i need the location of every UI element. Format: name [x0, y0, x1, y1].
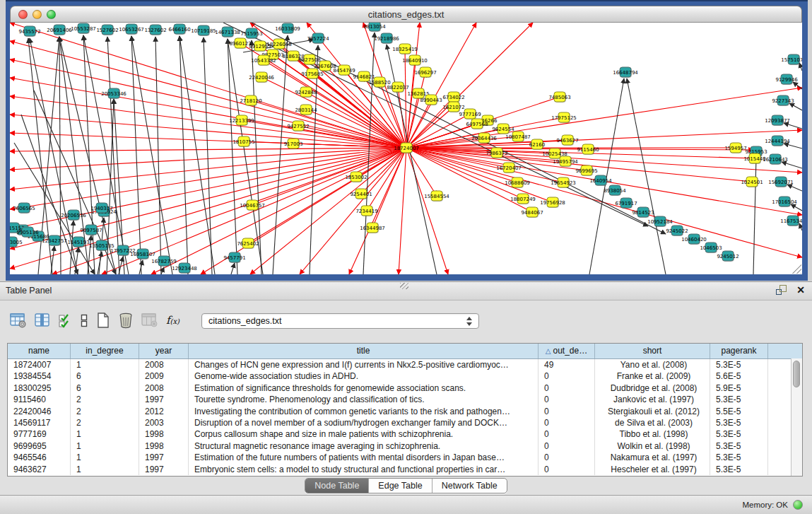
graph-node[interactable]: 1527602: [102, 25, 114, 35]
table-cell[interactable]: 0: [539, 417, 595, 428]
table-cell[interactable]: Investigating the contribution of common…: [189, 406, 539, 417]
graph-node[interactable]: 8990443: [425, 95, 437, 105]
table-cell[interactable]: Nakamura et al. (1997): [595, 452, 710, 463]
graph-node[interactable]: 10553287: [78, 23, 90, 34]
graph-node[interactable]: 10046757: [247, 200, 259, 211]
table-row[interactable]: 969969511998Structural magnetic resonanc…: [8, 440, 802, 452]
delete-rows-trash-button[interactable]: [118, 312, 134, 329]
float-panel-icon[interactable]: [776, 285, 787, 295]
table-cell[interactable]: 22420046: [8, 406, 71, 417]
graph-node[interactable]: 7986372: [491, 148, 503, 158]
table-cell[interactable]: 5.9E-5: [710, 382, 768, 394]
graph-node[interactable]: 7234419: [361, 206, 373, 216]
unselect-columns-button[interactable]: [80, 313, 88, 328]
table-cell[interactable]: 2012: [139, 406, 189, 417]
table-cell[interactable]: Structural magnetic resonance image aver…: [189, 440, 539, 452]
table-cell[interactable]: 0: [539, 464, 595, 475]
tab-network-table[interactable]: Network Table: [433, 479, 507, 493]
graph-node[interactable]: 16033809: [282, 23, 294, 34]
table-cell[interactable]: Yano et al. (2008): [595, 359, 710, 370]
table-cell[interactable]: 14569117: [8, 417, 71, 428]
graph-node[interactable]: 12093877: [772, 115, 784, 126]
graph-node[interactable]: 10807487: [512, 132, 524, 142]
graph-node[interactable]: 12342757: [49, 235, 61, 246]
network-canvas[interactable]: 9435572206914061055328715276021065326713…: [10, 23, 802, 274]
table-cell[interactable]: 9777169: [8, 428, 71, 440]
graph-node[interactable]: 9624554: [498, 124, 510, 134]
graph-node[interactable]: 1940317: [96, 203, 108, 214]
graph-node[interactable]: 9777169: [464, 109, 476, 119]
column-header-in_degree[interactable]: in_degree: [71, 344, 139, 358]
table-cell[interactable]: 5.3E-5: [710, 394, 768, 405]
table-cell[interactable]: Tibbo et al. (1998): [595, 428, 710, 440]
graph-node[interactable]: 1145193: [73, 237, 85, 247]
table-cell[interactable]: 1997: [139, 464, 189, 475]
table-cell[interactable]: 5.3E-5: [710, 428, 768, 440]
table-cell[interactable]: Genome-wide association studies in ADHD.: [189, 370, 539, 382]
table-cell[interactable]: 6: [71, 370, 139, 382]
table-cell[interactable]: 2008: [139, 359, 189, 370]
graph-node[interactable]: 20364436: [478, 133, 490, 144]
graph-node[interactable]: 10952184: [654, 216, 666, 227]
graph-node[interactable]: 8186328: [288, 51, 300, 62]
table-cell[interactable]: Disruption of a novel member of a sodium…: [189, 417, 539, 428]
select-all-columns-button[interactable]: [58, 313, 72, 328]
table-cell[interactable]: 19384554: [8, 370, 71, 382]
graph-node[interactable]: 17975125: [558, 112, 570, 123]
graph-node[interactable]: 2367608: [319, 61, 331, 71]
graph-node[interactable]: 5905136: [22, 227, 34, 238]
table-cell[interactable]: 2009: [139, 370, 189, 382]
table-cell[interactable]: Stergiakouli et al. (2012): [595, 406, 710, 417]
table-row[interactable]: 946362711997Embryonic stem cells: a mode…: [8, 464, 802, 475]
graph-node[interactable]: 20206536: [68, 210, 80, 221]
graph-node[interactable]: 12923448: [179, 263, 191, 274]
table-row[interactable]: 946554611997Estimation of the future num…: [8, 452, 802, 463]
tab-node-table[interactable]: Node Table: [305, 479, 369, 493]
graph-node[interactable]: 7515953: [246, 28, 258, 39]
table-cell[interactable]: 0: [539, 382, 595, 394]
graph-node[interactable]: 8960123: [235, 38, 247, 49]
graph-node[interactable]: 6466160: [174, 24, 186, 35]
table-row[interactable]: 977716911998Corpus callosum shape and si…: [8, 428, 802, 440]
table-cell[interactable]: 2: [71, 394, 139, 405]
table-cell[interactable]: 5.3E-5: [710, 359, 768, 370]
graph-node[interactable]: 1853002: [351, 172, 363, 182]
table-cell[interactable]: Dudbridge et al. (2008): [595, 382, 710, 394]
column-header-title[interactable]: title: [189, 344, 539, 358]
graph-node[interactable]: 9115460: [582, 144, 594, 155]
table-cell[interactable]: 1: [71, 440, 139, 452]
graph-node[interactable]: 10719185: [198, 25, 210, 36]
graph-node[interactable]: 62160: [531, 139, 543, 150]
graph-node[interactable]: 18807249: [517, 194, 529, 204]
graph-node[interactable]: 19495794: [560, 156, 572, 167]
graph-node[interactable]: 18325419: [399, 44, 411, 54]
graph-node[interactable]: 16648794: [620, 67, 632, 78]
table-cell[interactable]: Corpus callosum shape and size in male p…: [189, 428, 539, 440]
table-cell[interactable]: 2003: [139, 417, 189, 428]
table-cell[interactable]: Jankovic et al. (1997): [595, 394, 710, 405]
show-column-button[interactable]: [35, 313, 50, 328]
graph-node[interactable]: 6734022: [448, 92, 460, 103]
graph-node[interactable]: 6791917: [620, 198, 632, 209]
function-builder-button[interactable]: f(x): [166, 314, 180, 327]
table-cell[interactable]: Embryonic stem cells: a model to study s…: [189, 464, 539, 475]
graph-node[interactable]: 9097587: [86, 225, 98, 235]
graph-node[interactable]: 10460420: [688, 234, 700, 245]
graph-node[interactable]: 1810755: [238, 136, 250, 147]
table-cell[interactable]: 2: [71, 417, 139, 428]
graph-node[interactable]: 2606565: [18, 203, 30, 214]
table-settings-button[interactable]: [10, 313, 27, 328]
column-header-pagerank[interactable]: pagerank: [710, 344, 768, 358]
table-cell[interactable]: de Silva et al. (2003): [595, 417, 710, 428]
graph-node[interactable]: 6497568: [471, 119, 483, 129]
graph-node[interactable]: 18226058: [273, 39, 286, 49]
table-cell[interactable]: 0: [539, 428, 595, 440]
table-cell[interactable]: 2008: [139, 382, 189, 394]
graph-node[interactable]: 20053346: [108, 88, 120, 99]
graph-node[interactable]: 11675345: [787, 216, 799, 226]
memory-ok-indicator[interactable]: [793, 500, 803, 510]
graph-node[interactable]: 16210643: [770, 154, 782, 165]
network-window-titlebar[interactable]: citations_edges.txt: [10, 6, 802, 23]
table-row[interactable]: 1456911722003Disruption of a novel membe…: [8, 417, 802, 428]
table-row[interactable]: 1872400712008Changes of HCN gene express…: [8, 359, 802, 370]
